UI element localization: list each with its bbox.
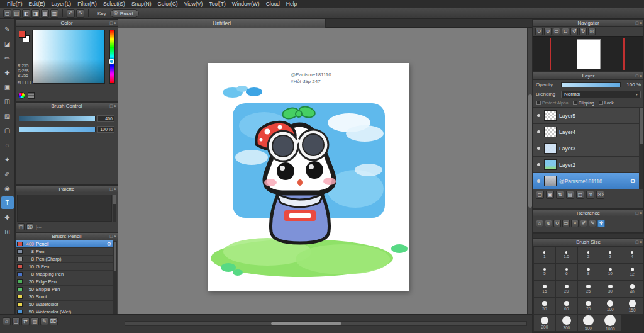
- menu-item[interactable]: Layer(L): [48, 1, 75, 7]
- palette-swatch-area[interactable]: [17, 195, 112, 222]
- hue-slider[interactable]: [109, 30, 115, 84]
- folder-icon[interactable]: ▤: [31, 317, 39, 325]
- add-swatch-icon[interactable]: ▢: [18, 223, 25, 230]
- duplicate-layer-icon[interactable]: ▣: [546, 191, 554, 199]
- text-tool[interactable]: T: [1, 196, 14, 209]
- brush-size-cell[interactable]: 150: [621, 298, 643, 314]
- brush-size-cell[interactable]: 5: [534, 264, 555, 280]
- eyedropper-tool[interactable]: ◉: [1, 182, 14, 195]
- layer-option-checkbox[interactable]: Clipping: [573, 101, 594, 105]
- brush-list-item[interactable]: 50 Watercolor ⚙: [16, 301, 113, 308]
- layer-visibility-icon[interactable]: [535, 163, 541, 166]
- canvas-horizontal-scrollbar[interactable]: [125, 321, 527, 326]
- brush-size-cell[interactable]: 20: [556, 281, 577, 297]
- layers-scrollbar[interactable]: [639, 107, 643, 189]
- panel-header[interactable]: Reference □×: [533, 210, 643, 217]
- delete-layer-icon[interactable]: ⌦: [596, 191, 604, 199]
- brush-size-slider[interactable]: [19, 116, 96, 121]
- rotate-left-icon[interactable]: ↺: [570, 28, 578, 35]
- brush-size-cell[interactable]: 1000: [599, 315, 621, 331]
- layer-row[interactable]: Layer3 ⚙: [533, 140, 639, 157]
- layer-option-checkbox[interactable]: Protect Alpha: [536, 101, 569, 105]
- foreground-color-swatch[interactable]: [19, 31, 26, 38]
- bucket-tool[interactable]: ◫: [1, 95, 14, 108]
- ref-hand-icon[interactable]: ✥: [597, 220, 605, 227]
- brush-list-item[interactable]: 8 Pen ⚙: [16, 248, 113, 256]
- brush-list-item[interactable]: 8 Pen (Sharp) ⚙: [16, 256, 113, 263]
- canvas[interactable]: @Panisme181110 #Hỏi đáp 247: [208, 63, 409, 291]
- canvas-horizontal-scrollbar-thumb[interactable]: [271, 322, 341, 325]
- layer-row[interactable]: Layer5 ⚙: [533, 108, 639, 124]
- brush-size-cell[interactable]: 50: [534, 298, 555, 314]
- move-tool[interactable]: ✚: [1, 66, 14, 79]
- merge-layer-icon[interactable]: ◫: [576, 191, 584, 199]
- menu-item[interactable]: Cloud: [263, 1, 283, 7]
- brush-size-cell[interactable]: 3: [599, 247, 621, 263]
- divide-tool[interactable]: ⊞: [1, 225, 14, 238]
- brush-size-cell[interactable]: 1.5: [556, 247, 577, 263]
- trash-icon[interactable]: ⌦: [50, 317, 58, 325]
- ref-clear-icon[interactable]: ×: [571, 220, 579, 227]
- undo-icon[interactable]: ↶: [67, 9, 75, 18]
- layer-settings-icon[interactable]: ⚙: [630, 178, 636, 184]
- flip-view-icon[interactable]: ⇄: [21, 317, 30, 325]
- panel-header[interactable]: Brush: Pencil □×: [16, 233, 118, 240]
- float-panel-icon[interactable]: □: [110, 233, 113, 240]
- menu-item[interactable]: Edit(E): [26, 1, 48, 7]
- brush-list-item[interactable]: 30 Sumi ⚙: [16, 293, 113, 301]
- menu-item[interactable]: Window(W): [229, 1, 263, 7]
- close-panel-icon[interactable]: ×: [640, 20, 642, 26]
- ref-eyedropper-icon[interactable]: ✐: [580, 220, 587, 227]
- brush-opacity-value[interactable]: 100 %: [97, 126, 114, 133]
- dot-pen-tool[interactable]: ✏: [1, 52, 14, 64]
- brush-size-cell[interactable]: 25: [578, 281, 599, 297]
- panel-header[interactable]: Palette □×: [16, 186, 118, 193]
- menu-item[interactable]: File(F): [4, 1, 26, 7]
- brush-size-value[interactable]: 400: [97, 115, 114, 122]
- lasso-tool[interactable]: ◌: [1, 138, 14, 151]
- layer-order-icon[interactable]: ⇅: [556, 191, 564, 199]
- layer-option-checkbox[interactable]: Lock: [599, 101, 614, 105]
- brush-size-cell[interactable]: 40: [621, 281, 643, 297]
- ref-zoom-in-icon[interactable]: ⊕: [545, 220, 552, 227]
- menu-item[interactable]: View(V): [181, 1, 206, 7]
- brush-size-cell[interactable]: 60: [556, 298, 577, 314]
- brush-list-item[interactable]: 20 Edge Pen ⚙: [16, 278, 113, 286]
- checkbox-icon[interactable]: [536, 101, 541, 105]
- float-panel-icon[interactable]: □: [110, 20, 113, 26]
- close-panel-icon[interactable]: ×: [114, 20, 116, 26]
- navigator-viewport[interactable]: [533, 36, 643, 71]
- ref-pen-icon[interactable]: ✎: [589, 220, 596, 227]
- brush-tool[interactable]: ✎: [1, 23, 14, 35]
- save-icon[interactable]: ◧: [22, 9, 30, 18]
- new-canvas-icon[interactable]: ▢: [12, 317, 20, 325]
- close-panel-icon[interactable]: ×: [640, 210, 642, 217]
- float-panel-icon[interactable]: □: [110, 103, 113, 110]
- fit-view-icon[interactable]: ▭: [553, 28, 560, 35]
- transfer-layer-icon[interactable]: ⊞: [586, 191, 594, 199]
- float-panel-icon[interactable]: □: [636, 210, 638, 217]
- pan-tool[interactable]: ✥: [1, 211, 14, 223]
- fill-tool[interactable]: ▣: [1, 81, 14, 93]
- layer-visibility-icon[interactable]: [535, 130, 541, 133]
- menu-item[interactable]: Color(C): [155, 1, 181, 7]
- color-sliders-icon[interactable]: [28, 92, 35, 99]
- add-layer-icon[interactable]: ▢: [536, 191, 544, 199]
- panel-header[interactable]: Color □×: [16, 20, 118, 27]
- new-file-icon[interactable]: ▢: [3, 9, 11, 18]
- checkbox-icon[interactable]: [599, 101, 603, 105]
- brush-size-cell[interactable]: 70: [578, 298, 599, 314]
- brush-size-cell[interactable]: 12: [621, 264, 643, 280]
- layer-visibility-icon[interactable]: [535, 114, 541, 117]
- zoom-out-icon[interactable]: ⊖: [535, 28, 543, 35]
- layer-folder-icon[interactable]: ▤: [566, 191, 574, 199]
- layer-visibility-icon[interactable]: [535, 179, 541, 183]
- panel-header[interactable]: Layer □×: [533, 72, 643, 80]
- material-icon[interactable]: ▥: [50, 9, 58, 18]
- eraser-tool[interactable]: ◪: [1, 37, 14, 50]
- close-panel-icon[interactable]: ×: [114, 233, 116, 240]
- layer-opacity-slider[interactable]: [561, 82, 621, 87]
- select-tool[interactable]: ▢: [1, 124, 14, 137]
- float-panel-icon[interactable]: □: [636, 72, 638, 79]
- menu-item[interactable]: Tool(T): [206, 1, 228, 7]
